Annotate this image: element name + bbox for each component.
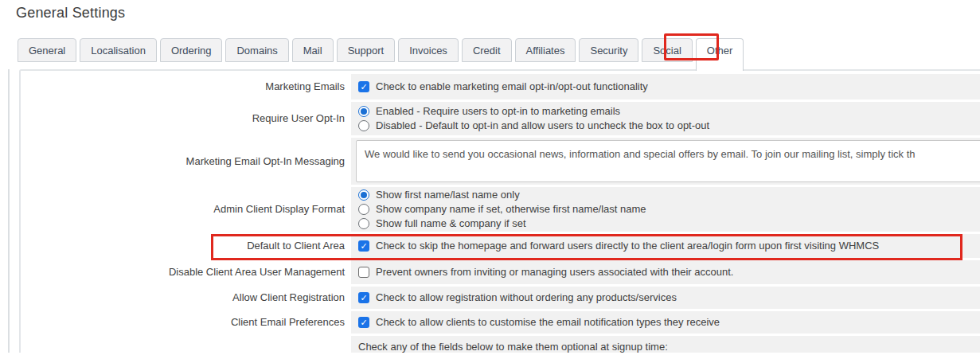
textarea-value: We would like to send you occasional new… — [365, 148, 916, 160]
radio-dot — [361, 192, 367, 198]
field-label: Admin Client Display Format — [21, 203, 351, 216]
radio-dot — [361, 108, 367, 115]
tab-label: Mail — [303, 45, 322, 57]
checkbox-option: ✓Check to allow registration without ord… — [358, 291, 980, 305]
form-row: Require User Opt-InEnabled - Require use… — [21, 102, 980, 135]
field-value: Prevent owners from inviting or managing… — [351, 260, 980, 284]
checkbox-description: Check to enable marketing email opt-in/o… — [376, 80, 648, 94]
tab-label: Domains — [236, 45, 277, 57]
field-label-text: Require User Opt-In — [252, 112, 345, 124]
field-value: Show first name/last name onlyShow compa… — [351, 187, 980, 232]
field-label: Marketing Emails — [21, 80, 351, 93]
field-label-text: Marketing Emails — [265, 80, 345, 92]
field-label: Marketing Email Opt-In Messaging — [21, 155, 351, 168]
settings-panel: Marketing Emails✓Check to enable marketi… — [19, 69, 980, 353]
field-label-text: Default to Client Area — [247, 240, 345, 252]
tab-social[interactable]: Social — [642, 38, 692, 62]
page-title: General Settings — [16, 5, 125, 21]
form-row: Client Email Preferences✓Check to allow … — [21, 311, 980, 334]
radio-button[interactable] — [358, 218, 369, 229]
checkbox-description: Check to skip the homepage and forward u… — [376, 239, 879, 253]
tab-mail[interactable]: Mail — [292, 38, 334, 62]
radio-option-label: Show company name if set, otherwise firs… — [376, 202, 646, 217]
field-value: ✓Check to allow clients to customise the… — [351, 311, 980, 334]
field-label: Disable Client Area User Management — [21, 266, 351, 279]
form-row: Check any of the fields below to make th… — [21, 336, 980, 353]
checkbox-description: Check to allow clients to customise the … — [376, 315, 720, 330]
field-label-text: Disable Client Area User Management — [169, 266, 345, 278]
form-row: Default to Client Area✓Check to skip the… — [21, 234, 980, 258]
field-label-text: Client Email Preferences — [231, 316, 345, 328]
tab-label: Social — [653, 45, 681, 57]
tab-label: Invoices — [409, 45, 447, 57]
form-row: Admin Client Display FormatShow first na… — [21, 187, 980, 232]
tab-credit[interactable]: Credit — [462, 38, 512, 62]
radio-option-label: Show first name/last name only — [376, 188, 520, 202]
form-row: Disable Client Area User ManagementPreve… — [21, 260, 980, 284]
tab-support[interactable]: Support — [337, 38, 396, 62]
field-value: Enabled - Require users to opt-in to mar… — [351, 102, 980, 135]
field-value: Check any of the fields below to make th… — [351, 336, 980, 353]
radio-option-label: Disabled - Default to opt-in and allow u… — [376, 119, 709, 133]
form-row: Marketing Emails✓Check to enable marketi… — [21, 74, 980, 100]
checkbox-option: ✓Check to allow clients to customise the… — [358, 315, 980, 330]
checkbox-option: Prevent owners from inviting or managing… — [358, 265, 980, 279]
field-label: Require User Opt-In — [21, 112, 351, 125]
tab-affiliates[interactable]: Affiliates — [515, 38, 576, 62]
checkbox-option: ✓Check to enable marketing email opt-in/… — [358, 80, 980, 94]
settings-form: Marketing Emails✓Check to enable marketi… — [21, 71, 980, 353]
checkbox-option: ✓Check to skip the homepage and forward … — [358, 239, 980, 253]
checkbox[interactable]: ✓ — [358, 317, 369, 328]
row-static-text: Check any of the fields below to make th… — [358, 341, 980, 353]
radio-option: Disabled - Default to opt-in and allow u… — [358, 119, 980, 133]
checkbox[interactable]: ✓ — [358, 292, 369, 303]
field-label: Allow Client Registration — [21, 291, 351, 304]
tab-label: Localisation — [91, 45, 146, 57]
radio-button[interactable] — [358, 189, 369, 201]
field-label: Default to Client Area — [21, 240, 351, 252]
field-label-text: Admin Client Display Format — [213, 203, 345, 215]
field-value: ✓Check to allow registration without ord… — [351, 287, 980, 309]
form-row: Marketing Email Opt-In MessagingWe would… — [21, 138, 980, 185]
checkbox-description: Check to allow registration without orde… — [376, 291, 677, 305]
field-label-text: Allow Client Registration — [232, 291, 345, 303]
tab-other[interactable]: Other — [696, 38, 744, 71]
tab-ordering[interactable]: Ordering — [160, 38, 223, 62]
checkbox-description: Prevent owners from inviting or managing… — [376, 265, 733, 279]
tab-invoices[interactable]: Invoices — [398, 38, 459, 62]
tab-localisation[interactable]: Localisation — [80, 38, 157, 62]
tab-label: Support — [348, 45, 385, 57]
radio-option: Show first name/last name only — [358, 188, 980, 202]
tab-bar: GeneralLocalisationOrderingDomainsMailSu… — [18, 38, 744, 71]
radio-button[interactable] — [358, 204, 369, 215]
tab-label: Affiliates — [526, 45, 565, 57]
radio-option: Enabled - Require users to opt-in to mar… — [358, 104, 980, 119]
opt-in-message-textarea[interactable]: We would like to send you occasional new… — [356, 140, 980, 182]
checkbox[interactable]: ✓ — [358, 81, 369, 92]
field-value: We would like to send you occasional new… — [351, 138, 980, 185]
tab-label: Other — [707, 45, 733, 57]
field-value: ✓Check to skip the homepage and forward … — [351, 234, 980, 258]
tab-domains[interactable]: Domains — [225, 38, 288, 62]
radio-option: Show company name if set, otherwise firs… — [358, 202, 980, 217]
field-label: Client Email Preferences — [21, 316, 351, 329]
radio-option-label: Show full name & company if set — [376, 217, 526, 231]
tab-security[interactable]: Security — [579, 38, 638, 62]
left-divider — [8, 69, 10, 353]
tab-label: Security — [590, 45, 627, 57]
radio-option: Show full name & company if set — [358, 217, 980, 231]
tab-label: Credit — [473, 45, 501, 57]
tab-label: Ordering — [171, 45, 212, 57]
form-row: Allow Client Registration✓Check to allow… — [21, 287, 980, 309]
tab-general[interactable]: General — [18, 38, 76, 62]
field-value: ✓Check to enable marketing email opt-in/… — [351, 74, 980, 100]
checkbox[interactable]: ✓ — [358, 240, 369, 252]
radio-button[interactable] — [358, 120, 369, 131]
tab-label: General — [29, 45, 65, 57]
checkbox[interactable] — [358, 267, 369, 278]
field-label-text: Marketing Email Opt-In Messaging — [186, 155, 345, 167]
radio-button[interactable] — [358, 106, 369, 117]
radio-option-label: Enabled - Require users to opt-in to mar… — [376, 104, 620, 119]
